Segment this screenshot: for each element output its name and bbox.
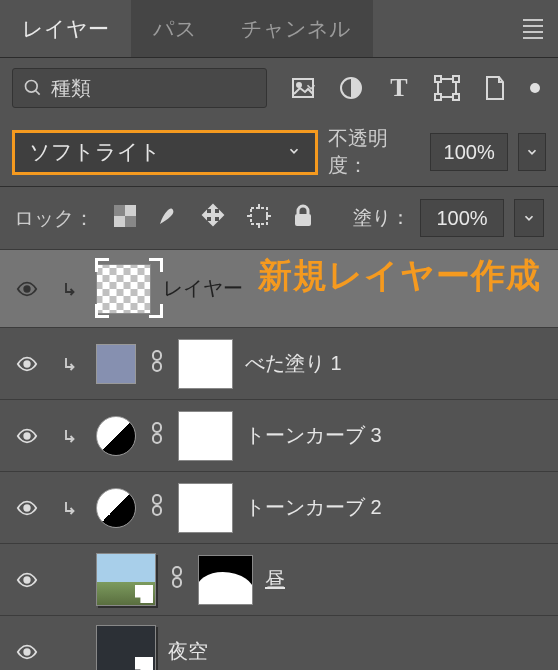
layer-name[interactable]: 夜空: [168, 638, 208, 665]
layer-row[interactable]: トーンカーブ 2: [0, 472, 558, 544]
filter-pixel-icon[interactable]: [290, 75, 316, 101]
layer-thumbnail[interactable]: [96, 553, 156, 606]
layer-name[interactable]: レイヤー: [163, 275, 243, 302]
svg-line-1: [36, 91, 40, 95]
opacity-label: 不透明度：: [328, 125, 420, 179]
filter-smartobject-icon[interactable]: [482, 75, 508, 101]
layer-name[interactable]: べた塗り 1: [245, 350, 342, 377]
fill-label: 塗り：: [353, 205, 410, 231]
visibility-toggle[interactable]: [12, 569, 42, 591]
svg-rect-31: [173, 578, 181, 587]
svg-rect-27: [153, 495, 161, 504]
visibility-toggle[interactable]: [12, 278, 42, 300]
opacity-chevron[interactable]: [518, 133, 546, 171]
svg-point-20: [24, 361, 30, 367]
blend-mode-value: ソフトライト: [29, 138, 161, 166]
chevron-down-icon: [287, 144, 301, 161]
link-icon[interactable]: [148, 349, 166, 378]
svg-rect-25: [153, 434, 161, 443]
layer-row[interactable]: レイヤー 新規レイヤー作成: [0, 250, 558, 328]
svg-rect-21: [153, 351, 161, 360]
layer-row[interactable]: 昼: [0, 544, 558, 616]
hamburger-icon: [523, 19, 543, 39]
svg-rect-22: [153, 362, 161, 371]
layer-thumbnail[interactable]: [96, 264, 151, 314]
layer-list: レイヤー 新規レイヤー作成 べた塗り 1 トーンカーブ 3 トーンカーブ 2 昼: [0, 250, 558, 670]
svg-point-26: [24, 505, 30, 511]
svg-rect-24: [153, 423, 161, 432]
lock-row: ロック： 塗り： 100%: [0, 186, 558, 250]
layer-row[interactable]: べた塗り 1: [0, 328, 558, 400]
filter-row: T: [0, 58, 558, 118]
blend-mode-select[interactable]: ソフトライト: [12, 130, 318, 175]
svg-point-29: [24, 577, 30, 583]
layer-name[interactable]: トーンカーブ 2: [245, 494, 382, 521]
svg-point-32: [24, 649, 30, 655]
lock-all-icon[interactable]: [292, 204, 314, 233]
blend-row: ソフトライト 不透明度： 100%: [0, 118, 558, 186]
filter-toggle-icon[interactable]: [530, 83, 540, 93]
visibility-toggle[interactable]: [12, 353, 42, 375]
filter-input[interactable]: [43, 77, 304, 100]
svg-rect-8: [435, 94, 441, 100]
mask-thumbnail[interactable]: [178, 339, 233, 389]
mask-thumbnail[interactable]: [178, 411, 233, 461]
lock-position-icon[interactable]: [200, 203, 226, 234]
panel-tabs: レイヤー パス チャンネル: [0, 0, 558, 58]
visibility-toggle[interactable]: [12, 425, 42, 447]
svg-rect-11: [114, 205, 125, 216]
filter-adjustment-icon[interactable]: [338, 75, 364, 101]
svg-rect-7: [453, 76, 459, 82]
tab-paths[interactable]: パス: [131, 0, 219, 57]
layers-panel: { "tabs": { "layers": "レイヤー", "paths": "…: [0, 0, 558, 670]
svg-rect-30: [173, 567, 181, 576]
layer-thumbnail[interactable]: [96, 344, 136, 384]
opacity-input[interactable]: 100%: [430, 133, 508, 171]
clip-indicator-icon: [54, 499, 84, 517]
filter-shape-icon[interactable]: [434, 75, 460, 101]
search-icon: [23, 78, 43, 98]
clip-indicator-icon: [54, 280, 84, 298]
svg-point-3: [297, 83, 301, 87]
svg-rect-2: [293, 79, 313, 97]
layer-thumbnail[interactable]: [96, 488, 136, 528]
lock-label: ロック：: [14, 205, 94, 232]
filter-type-icon[interactable]: T: [386, 75, 412, 101]
link-icon[interactable]: [148, 421, 166, 450]
panel-menu-button[interactable]: [508, 0, 558, 57]
fill-input[interactable]: 100%: [420, 199, 504, 237]
annotation-text: 新規レイヤー作成: [258, 253, 541, 299]
svg-point-19: [24, 286, 30, 292]
visibility-toggle[interactable]: [12, 641, 42, 663]
svg-rect-28: [153, 506, 161, 515]
svg-point-0: [26, 81, 38, 93]
layer-row[interactable]: トーンカーブ 3: [0, 400, 558, 472]
tab-channels[interactable]: チャンネル: [219, 0, 373, 57]
svg-rect-9: [453, 94, 459, 100]
clip-indicator-icon: [54, 355, 84, 373]
fill-chevron[interactable]: [514, 199, 544, 237]
lock-artboard-icon[interactable]: [246, 203, 272, 234]
layer-row[interactable]: 夜空: [0, 616, 558, 670]
lock-transparency-icon[interactable]: [114, 205, 136, 232]
layer-thumbnail[interactable]: [96, 625, 156, 670]
svg-point-23: [24, 433, 30, 439]
svg-rect-13: [251, 208, 267, 224]
visibility-toggle[interactable]: [12, 497, 42, 519]
clip-indicator-icon: [54, 427, 84, 445]
mask-thumbnail[interactable]: [178, 483, 233, 533]
svg-rect-6: [435, 76, 441, 82]
layer-name[interactable]: トーンカーブ 3: [245, 422, 382, 449]
svg-rect-18: [295, 214, 311, 226]
svg-rect-12: [125, 216, 136, 227]
layer-name[interactable]: 昼: [265, 566, 285, 593]
mask-thumbnail[interactable]: [198, 555, 253, 605]
link-icon[interactable]: [148, 493, 166, 522]
layer-filter-type[interactable]: [12, 68, 267, 108]
filter-type-icons: T: [290, 75, 546, 101]
link-icon[interactable]: [168, 565, 186, 594]
lock-pixels-icon[interactable]: [156, 204, 180, 233]
layer-thumbnail[interactable]: [96, 416, 136, 456]
tab-layers[interactable]: レイヤー: [0, 0, 131, 57]
